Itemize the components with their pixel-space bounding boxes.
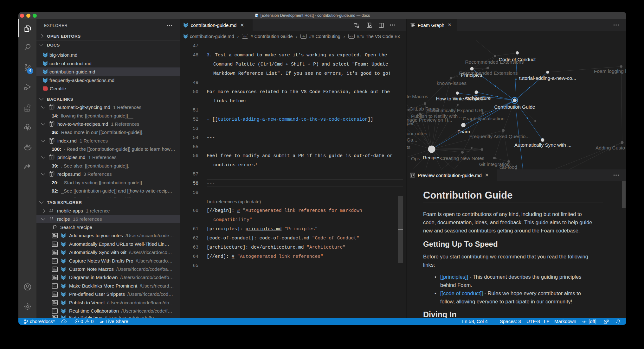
svg-text:cat-food: cat-food (499, 164, 517, 169)
svg-text:Foam: Foam (457, 129, 470, 134)
svg-text:te Macros: te Macros (407, 94, 428, 99)
svg-text:Architecture: Architecture (465, 95, 491, 101)
svg-text:Recommended Extensions: Recommended Extensions (465, 59, 524, 65)
svg-text:Adding Custo: Adding Custo (596, 145, 625, 150)
svg-text:Automatically Sync with ...: Automatically Sync with ... (514, 142, 571, 148)
svg-text:per: per (407, 121, 414, 126)
svg-text:ts: ts (407, 144, 410, 150)
svg-text:Graph visualisation: Graph visualisation (463, 116, 505, 121)
svg-text:Contribution Guide: Contribution Guide (494, 104, 535, 110)
svg-text:Automatically Expand URL...: Automatically Expand URL... (426, 108, 489, 113)
svg-text:our notes: our notes (407, 131, 427, 136)
svg-text:Ga...: Ga... (407, 137, 417, 143)
svg-text:Frequently Asked Questio...: Frequently Asked Questio... (469, 134, 530, 139)
svg-text:Creating New Notes: Creating New Notes (441, 155, 485, 161)
svg-text:Ops ...: Ops ... (411, 156, 426, 161)
svg-text:Foam logging i: Foam logging i (594, 68, 626, 74)
svg-text:tutorial-adding-a-new-co...: tutorial-adding-a-new-co... (519, 75, 576, 81)
svg-text:Recommended Extensions: Recommended Extensions (459, 70, 518, 76)
svg-text:known-issues: known-issues (437, 80, 467, 86)
